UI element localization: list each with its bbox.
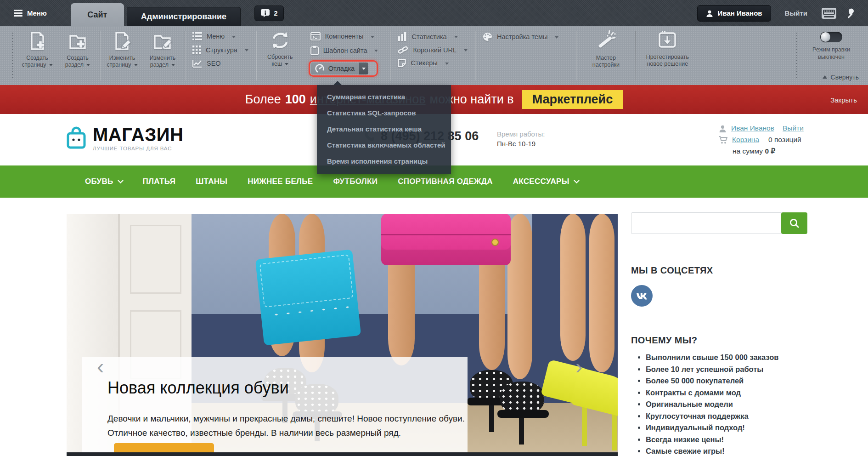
edit-section-button[interactable]: Изменить раздел — [142, 26, 183, 85]
admin-user-name: Иван Иванов — [718, 9, 762, 17]
nav-item-underwear[interactable]: НИЖНЕЕ БЕЛЬЕ — [248, 177, 313, 186]
debug-menu-item-summary[interactable]: Суммарная статистика — [317, 89, 451, 105]
menu-list-icon — [192, 32, 202, 40]
debug-button[interactable]: Отладка — [311, 63, 359, 74]
collapse-panel-button[interactable]: Свернуть — [823, 74, 859, 81]
admin-logout-link[interactable]: Выйти — [785, 9, 807, 17]
nav-item-pants[interactable]: ШТАНЫ — [196, 177, 227, 186]
pin-button[interactable] — [845, 8, 855, 19]
chevron-down-icon — [454, 36, 458, 40]
chevron-down-icon — [232, 36, 236, 40]
toolbar-drag-handle[interactable] — [795, 32, 798, 80]
slider-prev-arrow[interactable]: ‹ — [97, 357, 104, 376]
debug-menu-item-included-areas[interactable]: Статистика включаемых областей — [317, 137, 451, 153]
create-page-button[interactable]: Создать страницу — [17, 26, 57, 85]
statistics-bars-icon — [398, 32, 407, 41]
cart-sum-label: на сумму — [733, 147, 763, 155]
hotkeys-button[interactable] — [821, 7, 837, 19]
why-us-item: Выполнили свыше 150 000 заказов — [646, 353, 807, 362]
short-url-button[interactable]: Короткий URL — [398, 46, 468, 54]
link-icon — [398, 46, 408, 54]
nav-item-sportswear[interactable]: СПОРТИВНАЯ ОДЕЖДА — [398, 177, 493, 186]
debug-menu-item-page-time[interactable]: Время исполнения страницы — [317, 153, 451, 169]
search-button[interactable] — [781, 212, 807, 234]
admin-user-button[interactable]: Иван Иванов — [697, 5, 771, 22]
slider-next-arrow[interactable]: › — [575, 357, 582, 376]
search-form — [631, 212, 807, 234]
site-template-button[interactable]: Шаблон сайта — [310, 46, 378, 55]
test-solution-button[interactable]: Протестировать новое решение — [637, 26, 697, 85]
admin-topbar: Меню Сайт Администрирование 2 Иван Ивано… — [0, 0, 868, 26]
admin-menu-button[interactable]: Меню — [14, 9, 47, 17]
chevron-up-icon — [823, 73, 827, 79]
why-us-title: ПОЧЕМУ МЫ? — [631, 335, 807, 346]
chevron-down-icon — [574, 177, 580, 183]
chevron-down-icon — [374, 50, 378, 54]
toolbar-drag-handle[interactable] — [11, 32, 14, 80]
create-section-button[interactable]: Создать раздел — [57, 26, 98, 85]
banner-close-link[interactable]: Закрыть — [830, 96, 857, 103]
why-us-item: Индивидуальный подход! — [646, 423, 807, 432]
statistics-button[interactable]: Статистика — [398, 32, 468, 41]
stickers-button[interactable]: Стикеры — [398, 59, 468, 67]
nav-item-accessories[interactable]: АКСЕССУАРЫ — [513, 177, 579, 186]
sticker-icon — [398, 59, 406, 67]
chevron-down-icon — [285, 63, 288, 67]
shop-user-link[interactable]: Иван Иванов — [731, 124, 774, 132]
debug-button-highlight: Отладка — [309, 60, 378, 77]
shop-logo-title: МАГАЗИН — [93, 125, 183, 144]
setup-wizard-button[interactable]: Мастер настройки — [578, 26, 633, 85]
why-us-item: Более 50 000 покупателей — [646, 376, 807, 385]
edit-mode-label-line1: Режим правки — [802, 46, 861, 53]
chevron-down-icon — [464, 49, 468, 53]
notification-bubble-icon — [261, 9, 270, 17]
components-button[interactable]: Компоненты — [310, 32, 378, 40]
why-us-item: Самые свежие игры! — [646, 447, 807, 456]
cart-icon — [719, 136, 727, 144]
debug-speedometer-icon — [315, 64, 324, 73]
search-input[interactable] — [631, 212, 783, 234]
debug-dropdown-toggle[interactable] — [359, 63, 368, 74]
theme-group: Настройка темы — [477, 26, 574, 85]
nav-item-dresses[interactable]: ПЛАТЬЯ — [143, 177, 176, 186]
hero-photo-pink-bag — [381, 214, 511, 265]
user-icon — [706, 10, 713, 17]
edit-mode-label-line2: выключен — [802, 53, 861, 61]
vk-icon[interactable] — [631, 285, 653, 307]
refresh-icon — [269, 30, 291, 51]
cart-link[interactable]: Корзина — [732, 136, 759, 144]
debug-menu-item-sql[interactable]: Статистика SQL-запросов — [317, 105, 451, 121]
shop-logout-link[interactable]: Выйти — [783, 124, 804, 132]
shop-logo[interactable]: МАГАЗИН ЛУЧШИЕ ТОВАРЫ ДЛЯ ВАС — [67, 125, 183, 151]
nav-item-tshirts[interactable]: ФУТБОЛКИ — [333, 177, 378, 186]
reset-cache-button[interactable]: Сбросить кеш — [258, 26, 302, 85]
tools-group: Статистика Короткий URL Стикеры — [392, 26, 473, 85]
menu-button[interactable]: Меню — [192, 32, 248, 40]
keyboard-icon — [821, 7, 837, 19]
cart-sum-value: 0 ₽ — [765, 147, 775, 155]
working-hours-label: Время работы: — [497, 129, 545, 139]
tab-administration[interactable]: Администрирование — [127, 7, 241, 26]
chevron-down-icon — [445, 63, 449, 67]
hamburger-icon — [14, 10, 23, 17]
hero-photo-cyan-clutch — [255, 249, 361, 345]
edit-section-icon — [152, 30, 173, 51]
edit-page-button[interactable]: Изменить страницу — [102, 26, 142, 85]
toolbar-separator — [100, 31, 100, 80]
hero-caption: Новая коллекция обуви Девочки и мальчики… — [82, 357, 468, 456]
notifications-count: 2 — [274, 9, 277, 17]
banner-text-bold: 100 — [285, 92, 306, 107]
screen: Меню Сайт Администрирование 2 Иван Ивано… — [0, 0, 868, 456]
seo-button[interactable]: SEO — [192, 59, 248, 68]
debug-menu-item-cache-detail[interactable]: Детальная статистика кеша — [317, 121, 451, 137]
edit-mode-toggle[interactable] — [820, 32, 842, 42]
nav-item-shoes[interactable]: ОБУВЬ — [85, 177, 123, 186]
cart-count: 0 позиций — [768, 136, 801, 144]
tab-site[interactable]: Сайт — [71, 3, 124, 26]
theme-settings-button[interactable]: Настройка темы — [483, 32, 558, 41]
components-icon — [310, 32, 321, 40]
notifications-button[interactable]: 2 — [254, 6, 284, 21]
dropdown-caret — [333, 81, 342, 85]
structure-button[interactable]: Структура — [192, 46, 248, 54]
marketplace-button[interactable]: Маркетплейс — [522, 90, 623, 109]
